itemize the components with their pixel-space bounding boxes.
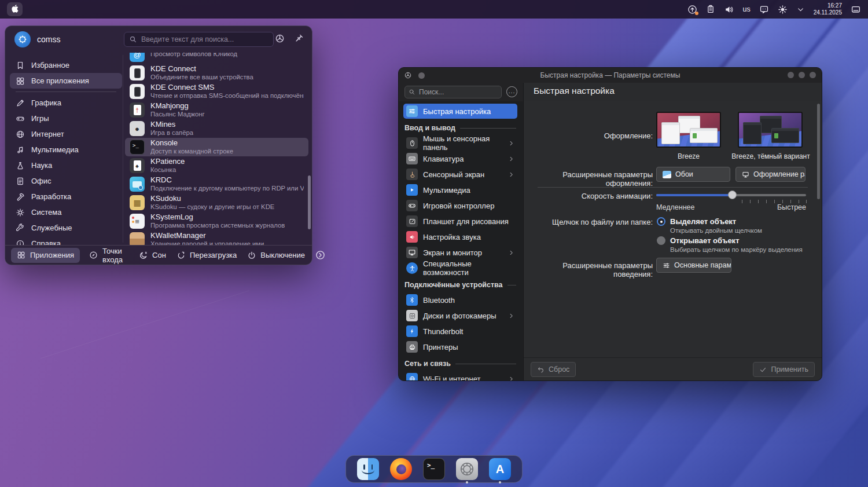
volume-tray-icon[interactable]	[724, 5, 734, 14]
list-item[interactable]: @ Просмотр символов Юникод	[125, 53, 308, 64]
bookmark-icon	[16, 61, 25, 70]
sidebar-item-system[interactable]: Система	[10, 204, 122, 220]
updates-tray-icon[interactable]	[687, 5, 697, 14]
appearance-label: Оформление:	[524, 131, 653, 140]
app-list-scrollbar[interactable]	[308, 175, 311, 229]
sidebar-item-quick-settings[interactable]: Быстрая настройка	[403, 104, 517, 119]
list-item[interactable]: KRDCПодключение к другому компьютеру по …	[125, 175, 308, 193]
sidebar-item-internet[interactable]: Интернет	[10, 126, 122, 142]
theme-caption-dark: Breeze, тёмный вариант	[727, 152, 814, 160]
user-avatar[interactable]	[14, 31, 31, 47]
sidebar-item-games[interactable]: Игры	[10, 111, 122, 126]
window-close-button[interactable]	[810, 72, 816, 78]
list-item[interactable]: ≡ KSystemLogПрограмма просмотра системны…	[125, 212, 308, 230]
window-maximize-button[interactable]	[799, 72, 805, 78]
desktop-theme-button[interactable]: Оформление рабо...	[735, 167, 806, 182]
sidebar-item-printers[interactable]: Принтеры	[403, 339, 517, 354]
sidebar-item-favorites[interactable]: Избранное	[10, 57, 122, 73]
clock[interactable]: 16:27 24.11.2025	[814, 2, 842, 16]
app-description: Косынка	[150, 166, 185, 174]
more-session-actions-button[interactable]	[312, 250, 329, 260]
slider-thumb[interactable]	[728, 191, 737, 199]
radio-opens-object[interactable]	[657, 236, 665, 245]
sidebar-item-touchscreen[interactable]: Сенсорный экран	[403, 167, 517, 182]
list-item-konsole[interactable]: >_ KonsoleДоступ к командной строке	[125, 138, 308, 156]
sidebar-item-bluetooth[interactable]: Bluetooth	[403, 292, 517, 307]
dock-item-file-manager[interactable]	[357, 458, 379, 480]
sidebar-item-help[interactable]: Справка	[10, 236, 122, 245]
settings-sidebar-scrollbar[interactable]	[817, 104, 820, 199]
sidebar-item-science[interactable]: Наука	[10, 158, 122, 173]
shutdown-button[interactable]: Выключение	[244, 251, 308, 260]
sidebar-item-utilities[interactable]: Служебные	[10, 220, 122, 236]
running-indicator	[499, 481, 501, 484]
category-label: Система	[31, 208, 61, 217]
dock-item-terminal[interactable]: >_	[423, 458, 445, 480]
tab-applications[interactable]: Приложения	[11, 248, 80, 263]
list-item[interactable]: KDE Connect SMSЧтение и отправка SMS-соо…	[125, 82, 308, 101]
dock-item-firefox[interactable]	[390, 458, 412, 480]
pin-icon[interactable]	[295, 34, 304, 46]
sidebar-item-sound[interactable]: Настройка звука	[403, 229, 517, 244]
list-item[interactable]: ● KMinesИгра в сапёра	[125, 119, 308, 138]
clipboard-tray-icon[interactable]	[706, 5, 715, 14]
list-item[interactable]: ♠ KPatienceКосынка	[125, 156, 308, 175]
check-icon	[759, 366, 767, 374]
settings-titlebar[interactable]: Быстрая настройка — Параметры системы	[399, 68, 822, 83]
dock-item-app-store[interactable]: A	[489, 458, 511, 480]
brightness-tray-icon[interactable]	[778, 5, 788, 14]
chevron-down-icon[interactable]	[796, 5, 805, 14]
sidebar-item-game-controller[interactable]: Игровой контроллер	[403, 198, 517, 213]
show-desktop-icon[interactable]	[851, 5, 861, 14]
configure-icon[interactable]	[275, 34, 285, 46]
sidebar-item-graphics[interactable]: Графика	[10, 95, 122, 111]
apple-menu-button[interactable]	[7, 2, 23, 16]
list-item[interactable]: KWalletManagerХранение паролей и управле…	[125, 230, 308, 245]
behavior-settings-button[interactable]: Основные параме...	[656, 258, 731, 273]
reset-button[interactable]: Сброс	[531, 362, 576, 377]
apply-button[interactable]: Применить	[753, 362, 815, 377]
sleep-button[interactable]: Сон	[135, 251, 170, 260]
list-item[interactable]: † KMahjonggПасьянс Маджонг	[125, 101, 308, 119]
theme-preview-breeze-dark[interactable]	[738, 112, 803, 148]
sidebar-item-disks-cameras[interactable]: Диски и фотокамеры	[403, 308, 517, 323]
radio-selects-object[interactable]	[657, 217, 665, 226]
sidebar-item-development[interactable]: Разработка	[10, 189, 122, 204]
sidebar-label: Планшет для рисования	[423, 217, 509, 226]
overflow-menu-icon[interactable]: ...	[506, 86, 517, 97]
list-item[interactable]: ▦ KSudokuKSudoku — судоку и другие игры …	[125, 193, 308, 212]
launcher-footer: Приложения Точки входа Сон Перезагрузка …	[5, 245, 312, 265]
keyboard-layout-indicator[interactable]: us	[742, 5, 750, 13]
wallpaper-button[interactable]: Обои	[656, 167, 730, 182]
monitor-icon	[406, 247, 418, 258]
list-item[interactable]: KDE ConnectОбъедините все ваши устройств…	[125, 64, 308, 82]
chevron-right-icon	[508, 156, 514, 162]
sidebar-item-all-apps[interactable]: Все приложения	[10, 73, 122, 89]
sidebar-item-accessibility[interactable]: Специальные возможности	[403, 261, 517, 276]
sidebar-item-multimedia[interactable]: Мультимедиа	[10, 142, 122, 158]
search-input[interactable]	[141, 35, 269, 43]
animation-speed-slider[interactable]	[656, 194, 806, 196]
settings-search[interactable]	[404, 86, 502, 98]
printer-icon	[406, 341, 418, 353]
sidebar-item-wifi-internet[interactable]: Wi-Fi и интернет	[403, 371, 517, 380]
chat-tray-icon[interactable]	[759, 5, 769, 14]
sidebar-item-thunderbolt[interactable]: Thunderbolt	[403, 324, 517, 339]
window-minimize-button[interactable]	[788, 72, 794, 78]
kde-logo-icon	[18, 35, 27, 44]
launcher-search[interactable]	[124, 32, 274, 47]
sidebar-item-office[interactable]: Офис	[10, 173, 122, 189]
gamepad-icon	[16, 114, 25, 123]
tab-entry-points[interactable]: Точки входа	[83, 248, 128, 263]
restart-button[interactable]: Перезагрузка	[173, 251, 240, 260]
sidebar-item-drawing-tablet[interactable]: Планшет для рисования	[403, 214, 517, 229]
sidebar-item-mouse[interactable]: Мышь и сенсорная панель	[403, 136, 517, 151]
sidebar-item-keyboard[interactable]: Клавиатура	[403, 151, 517, 166]
theme-preview-breeze[interactable]	[656, 112, 721, 148]
section-input-output: Ввод и вывод	[404, 124, 516, 132]
sidebar-item-display-monitor[interactable]: Экран и монитор	[403, 245, 517, 260]
sidebar-item-multimedia[interactable]: Мультимедиа	[403, 182, 517, 197]
dock-item-system-settings[interactable]	[456, 458, 478, 480]
tab-label: Точки входа	[102, 247, 123, 264]
settings-search-input[interactable]	[419, 88, 498, 96]
